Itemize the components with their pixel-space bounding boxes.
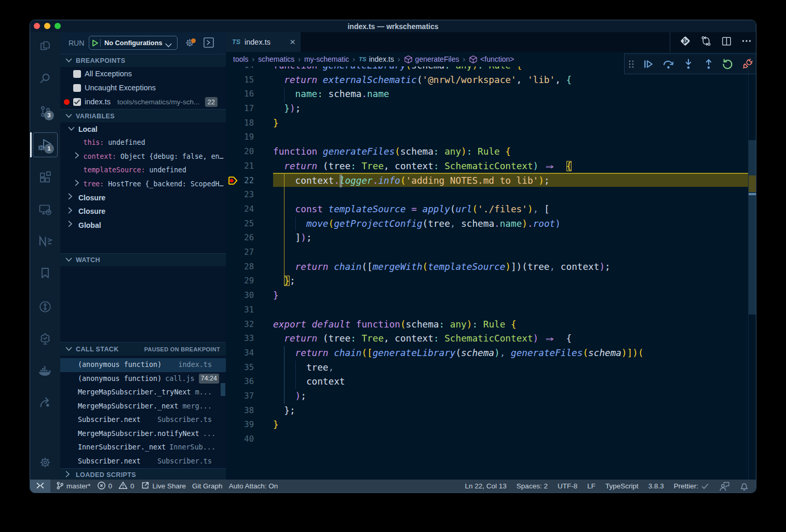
code-editor[interactable]: 14function generateLibrary(schema: any):…: [226, 66, 756, 480]
line-number[interactable]: 35: [226, 361, 254, 375]
status-ts-version[interactable]: 3.8.3: [648, 480, 664, 493]
code-line[interactable]: 15 return externalSchematic('@nrwl/works…: [226, 73, 756, 88]
breadcrumb-item[interactable]: <function>: [469, 55, 514, 64]
code-line[interactable]: 28 return chain([mergeWith(templateSourc…: [226, 260, 756, 275]
debug-console-icon[interactable]: [204, 37, 214, 50]
continue-icon[interactable]: [642, 58, 654, 70]
status-prettier[interactable]: Prettier:: [674, 480, 709, 493]
status-indentation[interactable]: Spaces: 2: [517, 480, 548, 493]
breakpoint-row[interactable]: All Exceptions: [60, 67, 226, 81]
step-into-icon[interactable]: [682, 58, 695, 70]
call-stack-frame[interactable]: MergeMapSubscriber._tryNextm...: [60, 386, 226, 400]
restart-icon[interactable]: [722, 58, 734, 70]
activity-item-explorer[interactable]: [30, 33, 60, 58]
code-line[interactable]: 20function generateFiles(schema: any): R…: [226, 145, 756, 159]
breakpoints-section-header[interactable]: BREAKPOINTS: [60, 54, 226, 67]
line-number[interactable]: 28: [226, 260, 254, 275]
activity-item-todo-tree[interactable]: [30, 326, 60, 351]
code-line[interactable]: 19: [226, 130, 756, 145]
line-number[interactable]: 16: [226, 87, 254, 102]
activity-item-search[interactable]: [30, 66, 60, 91]
sidebar-scrollbar-thumb[interactable]: [221, 383, 225, 396]
activity-item-remote-explorer[interactable]: [30, 197, 60, 222]
code-line[interactable]: 36 context: [226, 375, 756, 389]
status-errors[interactable]: 0: [97, 480, 113, 493]
breadcrumb-item[interactable]: generateFiles: [404, 55, 459, 64]
activity-item-gitlens[interactable]: [30, 294, 60, 319]
code-line[interactable]: 40: [226, 432, 756, 447]
variables-scope-row[interactable]: Closure: [60, 204, 226, 218]
status-git-branch[interactable]: master*: [56, 480, 91, 493]
code-line[interactable]: 34 return chain([generateLibrary(schema)…: [226, 346, 756, 361]
call-stack-frame[interactable]: Subscriber.nextSubscriber.ts: [60, 413, 226, 427]
status-encoding[interactable]: UTF-8: [558, 480, 577, 493]
status-cursor-position[interactable]: Ln 22, Col 13: [465, 480, 507, 493]
activity-item-project-share[interactable]: [30, 390, 60, 415]
activity-item-run-and-debug[interactable]: 1: [30, 132, 60, 157]
line-number[interactable]: 38: [226, 404, 254, 418]
code-line[interactable]: 37 );: [226, 389, 756, 404]
breadcrumb-item[interactable]: tools: [233, 55, 249, 63]
launch-configuration-dropdown[interactable]: No Configurations: [89, 36, 178, 50]
line-number[interactable]: 36: [226, 375, 254, 389]
step-out-icon[interactable]: [702, 58, 715, 70]
variables-scope-row[interactable]: Global: [60, 219, 226, 232]
line-number[interactable]: 21: [226, 159, 254, 174]
variables-scope-row[interactable]: Closure: [60, 191, 226, 204]
remote-indicator[interactable]: [30, 480, 50, 493]
split-editor[interactable]: [721, 36, 732, 49]
call-stack-frame[interactable]: Subscriber.nextSubscriber.ts: [60, 455, 226, 469]
variable-row[interactable]: tree: HostTree {_backend: ScopedH…: [60, 178, 226, 191]
line-number[interactable]: 18: [226, 116, 254, 131]
code-line[interactable]: 21 return (tree: Tree, context: Schemati…: [226, 159, 756, 174]
line-number[interactable]: 29: [226, 274, 254, 289]
status-auto-attach[interactable]: Auto Attach: On: [229, 480, 278, 493]
call-stack-frame[interactable]: MergeMapSubscriber.notifyNext...: [60, 427, 226, 441]
code-line[interactable]: 22 context.logger.info('adding NOTES.md …: [226, 174, 756, 188]
code-line[interactable]: 33 return (tree: Tree, context: Schemati…: [226, 332, 756, 346]
line-number[interactable]: 30: [226, 289, 254, 303]
breadcrumb-item[interactable]: schematics: [258, 55, 294, 63]
line-number[interactable]: 24: [226, 202, 254, 217]
activity-item-extensions[interactable]: [30, 165, 60, 190]
variable-row[interactable]: this: undefined: [60, 136, 226, 149]
code-line[interactable]: 30}: [226, 289, 756, 303]
loaded-scripts-section-header[interactable]: LOADED SCRIPTS: [60, 468, 226, 480]
line-number[interactable]: 32: [226, 318, 254, 332]
step-over-icon[interactable]: [662, 58, 674, 70]
line-number[interactable]: 26: [226, 231, 254, 245]
line-number[interactable]: 34: [226, 346, 254, 361]
line-number[interactable]: 25: [226, 217, 254, 231]
variable-row[interactable]: templateSource: undefined: [60, 163, 226, 177]
status-git-graph[interactable]: Git Graph: [192, 480, 223, 493]
breakpoint-checkbox[interactable]: [73, 98, 81, 106]
code-line[interactable]: 38 };: [226, 404, 756, 418]
line-number[interactable]: 20: [226, 145, 254, 159]
breakpoint-row[interactable]: Uncaught Exceptions: [60, 81, 226, 95]
code-line[interactable]: 16 name: schema.name: [226, 87, 756, 102]
activity-item-source-control[interactable]: 3: [30, 99, 60, 124]
line-number[interactable]: 31: [226, 303, 254, 318]
variables-section-header[interactable]: VARIABLES: [60, 109, 226, 122]
debug-current-line-breakpoint-icon[interactable]: [228, 176, 238, 187]
overview-ruler[interactable]: [748, 66, 756, 480]
status-warnings[interactable]: 0: [118, 480, 134, 493]
line-number[interactable]: 33: [226, 332, 254, 346]
status-language-mode[interactable]: TypeScript: [605, 480, 639, 493]
call-stack-frame[interactable]: (anonymous function)index.ts: [60, 358, 226, 372]
breadcrumb-item[interactable]: TSindex.ts: [359, 55, 394, 63]
code-line[interactable]: 39}: [226, 418, 756, 432]
breadcrumb-item[interactable]: my-schematic: [304, 55, 349, 63]
code-line[interactable]: 18}: [226, 116, 756, 131]
line-number[interactable]: 15: [226, 73, 254, 88]
code-line[interactable]: 25 move(getProjectConfig(tree, schema.na…: [226, 217, 756, 231]
breakpoint-checkbox[interactable]: [73, 70, 81, 78]
more-actions[interactable]: [741, 36, 752, 48]
line-number[interactable]: 37: [226, 389, 254, 404]
code-line[interactable]: 26 ]);: [226, 231, 756, 245]
breakpoint-checkbox[interactable]: [73, 84, 81, 92]
code-line[interactable]: 23: [226, 188, 756, 202]
call-stack-frame[interactable]: (anonymous function)call.js74:24: [60, 372, 226, 386]
status-live-share[interactable]: Live Share: [141, 480, 186, 493]
close-tab-icon[interactable]: ×: [290, 32, 295, 52]
